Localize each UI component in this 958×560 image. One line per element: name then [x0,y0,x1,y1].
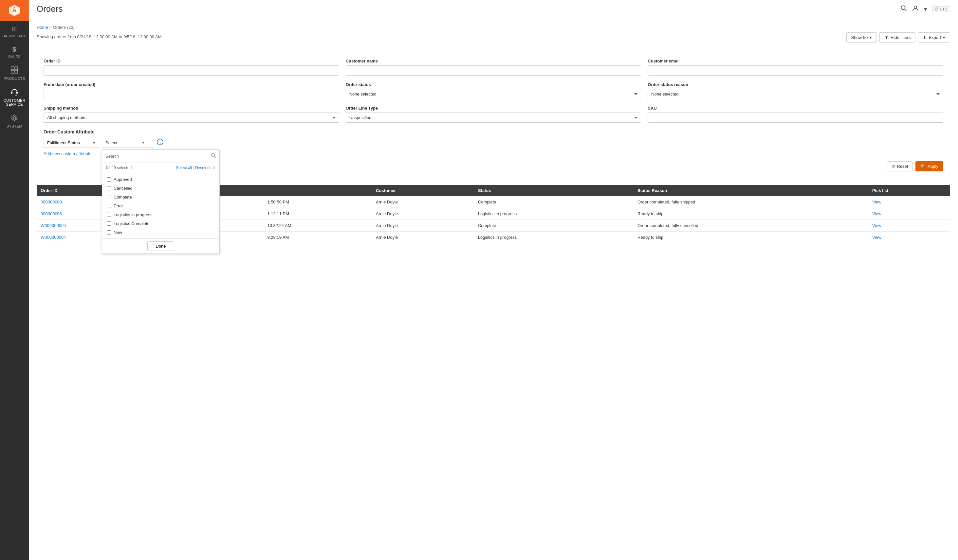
customer-name-label: Customer name [346,59,641,63]
pick-list-link[interactable]: View [872,199,881,204]
order-status-reason-filter: Order status reason None selected [648,82,943,99]
breadcrumb: Home > Orders (23) [36,25,950,30]
customer-name-filter: Customer name [346,59,641,76]
pick-list-link[interactable]: View [872,211,881,216]
dropdown-option[interactable]: Cancelled [102,184,219,193]
svg-rect-4 [11,92,13,94]
order-id-input[interactable] [44,65,339,76]
show-button[interactable]: Show 50 ▾ [846,32,877,43]
pick-list-link[interactable]: View [872,223,881,228]
option-checkbox-approved[interactable] [107,177,111,182]
export-arrow-icon: ▾ [943,35,945,40]
customer-email-input[interactable] [648,65,943,76]
col-status-reason: Status Reason [634,185,868,196]
order-id-link[interactable]: 000000006 [41,211,62,216]
cell-customer: Arnie Doyle [372,220,474,232]
option-checkbox-new[interactable] [107,230,111,234]
done-button[interactable]: Done [148,241,174,251]
select-arrow-icon: ▾ [143,141,144,145]
breadcrumb-home[interactable]: Home [36,25,48,30]
cell-status: Logistics in progress [474,208,634,220]
sidebar-item-products[interactable]: PRODUCTS [0,62,29,84]
order-id-link[interactable]: W000000005 [41,223,66,228]
export-icon: ⬇ [923,35,926,40]
select-trigger[interactable]: Select ▾ [102,138,154,148]
dropdown-option[interactable]: New [102,228,219,237]
select-all-link[interactable]: Select all [176,166,192,170]
shipping-method-select[interactable]: All shipping methods [44,112,339,123]
custom-attr-row: Fulfillment Status Select ▾ [44,138,943,148]
pick-list-link[interactable]: View [872,235,881,240]
user-icon[interactable] [912,5,919,13]
sidebar-item-label: DASHBOARD [2,34,27,38]
cell-date [236,220,263,232]
cell-status-reason: Ready to ship [634,208,868,220]
shipping-method-filter: Shipping method All shipping methods [44,106,339,123]
order-line-type-label: Order Line Type [346,106,641,111]
cell-status: Complete [474,196,634,208]
sidebar-item-dashboard[interactable]: ⊞ DASHBOARD [0,21,29,42]
option-checkbox-complete[interactable] [107,195,111,199]
shipping-method-label: Shipping method [44,106,339,111]
cell-time: 1:50:50 PM [263,196,372,208]
dropdown-count: 0 of 9 selected [106,166,132,170]
option-label-logistics-in-progress: Logistics in progress [114,212,152,217]
deselect-all-link[interactable]: Deselect all [195,166,216,170]
filter-section: Order ID Customer name Customer email Fr… [36,52,950,178]
order-status-reason-label: Order status reason [648,82,943,87]
sidebar-item-sales[interactable]: $ SALES [0,42,29,62]
sidebar-item-customer-service[interactable]: CUSTOMER SERVICE [0,84,29,110]
customer-name-input[interactable] [346,65,641,76]
svg-rect-0 [11,67,14,70]
svg-line-8 [905,9,906,11]
reset-button[interactable]: ↺ Reset [887,161,913,171]
sidebar-item-system[interactable]: SYSTEM [0,110,29,132]
dropdown-option[interactable]: Approved [102,175,219,184]
cell-date [236,208,263,220]
sku-input[interactable] [648,112,943,123]
option-label-new: New [114,230,122,235]
option-checkbox-logistics-complete[interactable] [107,221,111,226]
option-checkbox-logistics-in-progress[interactable] [107,213,111,217]
showing-info: Showing orders from 8/21/18, 12:00:00 AM… [36,34,162,39]
info-icon[interactable] [157,139,163,147]
dropdown-search-input[interactable] [105,154,211,159]
sales-icon: $ [13,46,16,53]
content-area: Home > Orders (23) Showing orders from 8… [29,18,958,250]
order-status-select[interactable]: None selected [346,89,641,99]
filter-icon: ▼ [884,35,888,40]
dropdown-actions: Select all | Deselect all [176,166,216,170]
breadcrumb-separator: > [49,25,53,30]
order-id-link[interactable]: 000000008 [41,199,62,204]
cell-pick-list: View [868,232,950,244]
order-status-reason-select[interactable]: None selected [648,89,943,99]
cell-date [236,232,263,244]
dropdown-arrow-icon[interactable]: ▾ [924,6,927,13]
apply-button[interactable]: 🔍 Apply [915,161,943,171]
order-line-type-select[interactable]: Unspecified [346,112,641,123]
search-icon[interactable] [900,5,907,13]
svg-point-9 [914,6,917,8]
from-date-label: From date (order created) [44,82,339,87]
from-date-input[interactable] [44,89,339,99]
option-checkbox-error[interactable] [107,204,111,208]
attribute-select[interactable]: Fulfillment Status [44,138,99,148]
export-button[interactable]: ⬇ Export ▾ [918,32,950,43]
svg-line-11 [214,157,216,158]
search-apply-icon: 🔍 [920,164,926,169]
option-checkbox-cancelled[interactable] [107,186,111,190]
dropdown-option[interactable]: Error [102,201,219,210]
filter-row-2: From date (order created) Order status N… [44,82,943,99]
option-label-complete: Complete [114,195,132,199]
cell-time: 9:29:19 AM [263,232,372,244]
order-id-label: Order ID [44,59,339,63]
cell-time: 10:32:24 AM [263,220,372,232]
cell-pick-list: View [868,220,950,232]
dropdown-option[interactable]: Logistics Complete [102,219,219,228]
headset-icon [11,88,18,97]
dropdown-popup: 0 of 9 selected Select all | Deselect al… [102,149,220,254]
hide-filters-button[interactable]: ▼ Hide filters [879,32,915,43]
order-id-link[interactable]: W000000004 [41,235,66,240]
dropdown-option[interactable]: Complete [102,193,219,201]
dropdown-option[interactable]: Logistics in progress [102,210,219,219]
